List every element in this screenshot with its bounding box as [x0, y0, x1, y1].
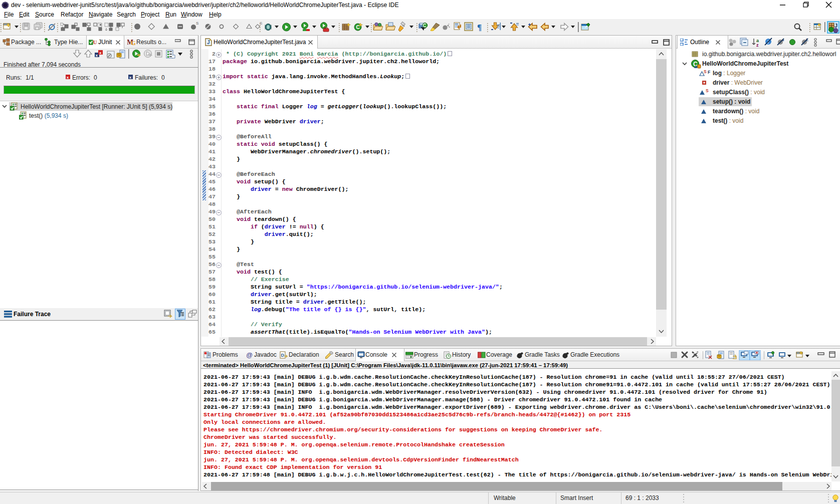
- svg-text:U: U: [93, 39, 97, 45]
- svg-text:x: x: [67, 75, 69, 80]
- svg-text:@: @: [246, 351, 253, 359]
- svg-text:S: S: [196, 21, 198, 26]
- svg-text:x: x: [129, 75, 132, 80]
- svg-text:D: D: [281, 353, 285, 358]
- svg-text:S: S: [704, 69, 707, 74]
- svg-text:x: x: [96, 53, 98, 58]
- svg-text:J: J: [834, 23, 837, 29]
- svg-text:G: G: [131, 39, 135, 46]
- svg-text:J: J: [207, 40, 210, 45]
- svg-text:S: S: [260, 21, 262, 26]
- svg-text:z: z: [756, 43, 759, 47]
- svg-text:F: F: [708, 70, 710, 75]
- svg-text:x: x: [99, 51, 102, 55]
- svg-text:S: S: [706, 88, 709, 93]
- svg-text:¶: ¶: [477, 23, 482, 32]
